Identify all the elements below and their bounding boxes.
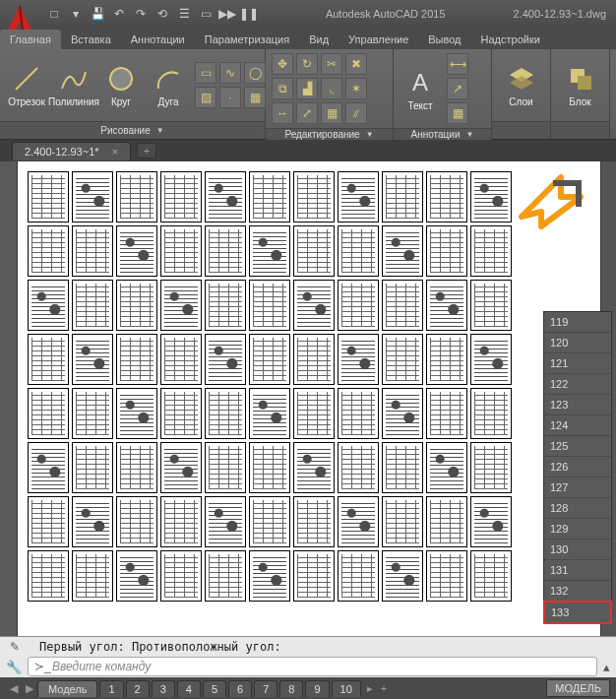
qat-save-icon[interactable]: 💾 bbox=[89, 5, 106, 23]
tool-ellipse-icon[interactable]: ◯ bbox=[244, 62, 266, 84]
sheet-thumbnail[interactable] bbox=[426, 171, 467, 222]
qat-dropdown-icon[interactable]: ▾ bbox=[67, 5, 85, 23]
sheet-thumbnail[interactable] bbox=[338, 550, 379, 602]
sheet-thumbnail[interactable] bbox=[116, 225, 157, 277]
tool-hatch-icon[interactable]: ▨ bbox=[195, 87, 216, 108]
sheet-thumbnail[interactable] bbox=[382, 442, 423, 493]
tool-point-icon[interactable]: · bbox=[219, 87, 241, 108]
sheet-thumbnail[interactable] bbox=[338, 496, 379, 547]
sheet-thumbnail[interactable] bbox=[470, 225, 512, 277]
sheet-thumbnail[interactable] bbox=[205, 171, 246, 222]
tool-table-icon[interactable]: ▦ bbox=[447, 102, 468, 124]
sheet-thumbnail[interactable] bbox=[293, 280, 335, 331]
sheet-thumbnail[interactable] bbox=[293, 496, 335, 547]
command-expand-icon[interactable]: ▴ bbox=[603, 660, 610, 674]
tool-rotate-icon[interactable]: ↻ bbox=[296, 53, 318, 75]
sheet-thumbnail[interactable] bbox=[470, 388, 512, 439]
layout-tab[interactable]: 6 bbox=[228, 680, 252, 697]
ribbon-tab-parametric[interactable]: Параметризация bbox=[195, 30, 299, 49]
tool-stretch-icon[interactable]: ↔ bbox=[272, 102, 293, 124]
sheet-thumbnail[interactable] bbox=[249, 334, 290, 385]
sheet-thumbnail[interactable] bbox=[116, 442, 157, 493]
layout-list-item[interactable]: 132 bbox=[544, 581, 611, 602]
sheet-thumbnail[interactable] bbox=[382, 225, 423, 277]
sheet-thumbnail[interactable] bbox=[205, 388, 246, 439]
tool-leader-icon[interactable]: ↗ bbox=[447, 78, 468, 99]
sheet-thumbnail[interactable] bbox=[160, 496, 202, 547]
qat-play-icon[interactable]: ▶▶ bbox=[218, 5, 236, 23]
sheet-thumbnail[interactable] bbox=[72, 496, 113, 547]
command-input[interactable]: ≻_ Введите команду bbox=[28, 657, 597, 676]
sheet-thumbnail[interactable] bbox=[72, 550, 113, 602]
sheet-thumbnail[interactable] bbox=[382, 496, 423, 547]
ribbon-tab-view[interactable]: Вид bbox=[299, 30, 339, 49]
layout-tab[interactable]: 7 bbox=[254, 680, 277, 697]
sheet-thumbnail[interactable] bbox=[28, 280, 69, 331]
sheet-thumbnail[interactable] bbox=[293, 442, 335, 493]
sheet-thumbnail[interactable] bbox=[426, 334, 467, 385]
sheet-thumbnail[interactable] bbox=[470, 496, 512, 547]
sheet-thumbnail[interactable] bbox=[382, 280, 423, 331]
layout-add-icon[interactable]: + bbox=[377, 682, 391, 694]
qat-sync-icon[interactable]: ⟲ bbox=[154, 5, 171, 23]
ribbon-tab-annotate[interactable]: Аннотации bbox=[121, 30, 195, 49]
sheet-thumbnail[interactable] bbox=[470, 334, 512, 385]
file-tab-active[interactable]: 2.400-12.93~1* × bbox=[12, 142, 131, 160]
tool-line[interactable]: Отрезок bbox=[6, 63, 47, 107]
tool-mirror-icon[interactable]: ▟ bbox=[296, 78, 318, 99]
layout-list-item[interactable]: 121 bbox=[544, 353, 611, 374]
sheet-thumbnail[interactable] bbox=[205, 334, 246, 385]
ribbon-tab-addins[interactable]: Надстройки bbox=[471, 30, 550, 49]
sheet-thumbnail[interactable] bbox=[116, 171, 157, 222]
sheet-thumbnail[interactable] bbox=[338, 442, 379, 493]
sheet-thumbnail[interactable] bbox=[293, 388, 335, 439]
sheet-thumbnail[interactable] bbox=[470, 550, 512, 602]
close-tab-icon[interactable]: × bbox=[112, 146, 118, 158]
layout-list-item[interactable]: 133 bbox=[543, 601, 612, 624]
tool-text[interactable]: A Текст bbox=[400, 67, 441, 111]
new-tab-button[interactable]: + bbox=[137, 143, 156, 159]
sheet-thumbnail[interactable] bbox=[426, 496, 467, 547]
sheet-thumbnail[interactable] bbox=[249, 225, 290, 277]
ribbon-tab-insert[interactable]: Вставка bbox=[61, 30, 121, 49]
model-space-button[interactable]: МОДЕЛЬ bbox=[546, 679, 610, 697]
sheet-thumbnail[interactable] bbox=[382, 550, 423, 602]
layout-prev-icon[interactable]: ◀ bbox=[6, 682, 22, 695]
sheet-thumbnail[interactable] bbox=[28, 442, 69, 493]
tool-trim-icon[interactable]: ✂ bbox=[321, 53, 342, 75]
sheet-thumbnail[interactable] bbox=[470, 171, 512, 222]
panel-modify-label[interactable]: Редактирование▼ bbox=[266, 128, 393, 140]
sheet-thumbnail[interactable] bbox=[72, 171, 113, 222]
sheet-thumbnail[interactable] bbox=[28, 225, 69, 277]
sheet-thumbnail[interactable] bbox=[426, 225, 467, 277]
sheet-thumbnail[interactable] bbox=[72, 388, 113, 439]
layout-list-item[interactable]: 127 bbox=[544, 477, 611, 498]
qat-new-icon[interactable]: □ bbox=[45, 5, 63, 23]
sheet-thumbnail[interactable] bbox=[249, 496, 290, 547]
model-tab[interactable]: Модель bbox=[37, 680, 97, 697]
layout-list-item[interactable]: 122 bbox=[544, 374, 611, 395]
app-logo-icon[interactable] bbox=[4, 2, 35, 33]
layout-tab[interactable]: 9 bbox=[305, 680, 329, 697]
tool-offset-icon[interactable]: ⫽ bbox=[345, 102, 367, 124]
ribbon-tab-manage[interactable]: Управление bbox=[339, 30, 418, 49]
layout-tab[interactable]: 5 bbox=[203, 680, 226, 697]
tool-copy-icon[interactable]: ⧉ bbox=[272, 78, 293, 99]
qat-pause-icon[interactable]: ❚❚ bbox=[240, 5, 258, 23]
sheet-thumbnail[interactable] bbox=[72, 225, 113, 277]
layout-list-item[interactable]: 126 bbox=[544, 457, 611, 477]
sheet-thumbnail[interactable] bbox=[28, 334, 69, 385]
sheet-thumbnail[interactable] bbox=[205, 225, 246, 277]
sheet-thumbnail[interactable] bbox=[426, 442, 467, 493]
sheet-thumbnail[interactable] bbox=[338, 388, 379, 439]
layout-list-item[interactable]: 130 bbox=[544, 540, 611, 560]
sheet-thumbnail[interactable] bbox=[293, 225, 335, 277]
ribbon-tab-output[interactable]: Вывод bbox=[418, 30, 470, 49]
sheet-thumbnail[interactable] bbox=[160, 280, 202, 331]
sheet-thumbnail[interactable] bbox=[160, 171, 202, 222]
sheet-thumbnail[interactable] bbox=[382, 388, 423, 439]
sheet-thumbnail[interactable] bbox=[72, 334, 113, 385]
sheet-thumbnail[interactable] bbox=[72, 442, 113, 493]
sheet-thumbnail[interactable] bbox=[160, 225, 202, 277]
qat-redo-icon[interactable]: ↷ bbox=[132, 5, 150, 23]
